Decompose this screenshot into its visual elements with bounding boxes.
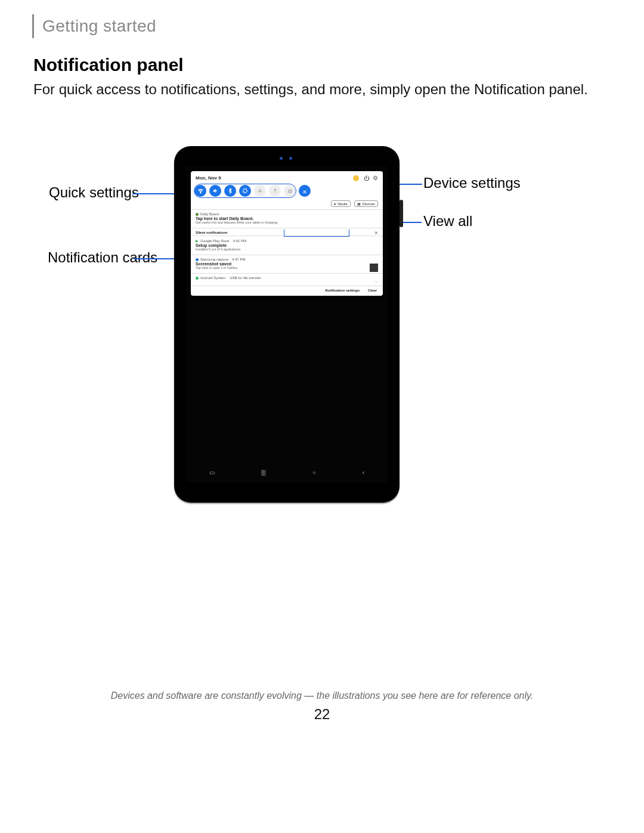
nav-back-icon[interactable]: ‹ [363, 469, 364, 476]
media-chip-label: Media [338, 202, 347, 206]
card-app-name: Google Play Store [200, 239, 230, 243]
media-chip[interactable]: ●Media [331, 200, 351, 207]
card-time: 4:51 PM [233, 239, 246, 243]
tablet-screen: Mon, Nov 9 ⏻ ⚙ [186, 166, 388, 482]
notification-card[interactable]: Android System USB for file transfer ⌄ [191, 273, 383, 286]
devices-chip[interactable]: ▦Devices [354, 200, 378, 207]
android-navbar: ▭ ||| ○ ‹ [186, 466, 388, 479]
app-icon [196, 213, 199, 216]
airplane-icon[interactable]: ✈ [254, 185, 266, 197]
nav-pip-icon[interactable]: ▭ [209, 469, 215, 476]
notification-card[interactable]: ▶ Google Play Store 4:51 PM Setup comple… [191, 236, 383, 255]
chevron-down-icon[interactable]: ⌄ [374, 279, 378, 284]
card-app-row: ▶ Google Play Store 4:51 PM [196, 239, 378, 243]
card-title: Screenshot saved [196, 262, 378, 266]
card-title: USB for file transfer [230, 276, 261, 280]
card-app-name: Android System [200, 276, 225, 280]
status-indicator-icon[interactable] [353, 175, 359, 181]
chapter-header: Getting started [32, 14, 156, 38]
callout-device-settings: Device settings [423, 175, 521, 191]
devices-chip-label: Devices [363, 202, 375, 206]
quick-settings-row: ✈ [191, 182, 383, 199]
card-title: Tap here to start Daily Board. [196, 216, 378, 221]
card-app-row: Android System USB for file transfer [196, 276, 378, 280]
card-app-row: Samsung capture 4:47 PM [196, 258, 378, 261]
android-icon [196, 277, 199, 280]
card-time: 4:47 PM [232, 258, 245, 261]
app-icon [196, 258, 199, 261]
nav-home-icon[interactable]: ○ [312, 469, 316, 476]
chapter-title: Getting started [42, 14, 156, 38]
panel-header: Mon, Nov 9 ⏻ ⚙ [191, 171, 383, 182]
card-subtitle: Installed 5 out of 5 applications [196, 247, 378, 251]
callout-quick-settings: Quick settings [49, 184, 139, 201]
bluetooth-icon[interactable] [224, 185, 236, 197]
rotate-icon[interactable] [239, 185, 251, 197]
panel-chips: ●Media ▦Devices [191, 199, 383, 209]
nav-recents-icon[interactable]: ||| [261, 469, 266, 476]
sensor-dot [280, 157, 283, 160]
chapter-bar [32, 14, 34, 38]
notification-card[interactable]: Daily Board Tap here to start Daily Boar… [191, 209, 383, 228]
diagram: Quick settings Notification cards Device… [0, 146, 644, 516]
card-app-row: Daily Board [196, 212, 378, 216]
card-subtitle: Get useful info and features while your … [196, 221, 378, 224]
notification-settings-link[interactable]: Notification settings [325, 289, 360, 292]
wifi-icon[interactable] [194, 185, 206, 197]
svg-rect-2 [289, 190, 291, 191]
footnote: Devices and software are constantly evol… [0, 690, 644, 701]
download-icon[interactable] [299, 185, 311, 197]
tablet-device: Mon, Nov 9 ⏻ ⚙ [174, 146, 400, 503]
close-icon[interactable]: ✕ [374, 231, 378, 236]
callout-notification-cards: Notification cards [48, 249, 157, 266]
panel-footer: Notification settings Clear [191, 286, 383, 296]
notification-panel: Mon, Nov 9 ⏻ ⚙ [191, 171, 383, 296]
section-title: Notification panel [33, 55, 184, 75]
silent-header: Silent notifications ✕ [191, 228, 383, 236]
flashlight-icon[interactable] [269, 185, 281, 197]
gear-icon[interactable]: ⚙ [373, 175, 378, 181]
card-app-name: Samsung capture [200, 258, 228, 261]
play-store-icon: ▶ [196, 239, 199, 243]
silent-header-label: Silent notifications [196, 231, 228, 234]
svg-point-0 [200, 192, 200, 193]
page-number: 22 [0, 706, 644, 723]
dnd-icon[interactable] [284, 185, 296, 197]
clear-button[interactable]: Clear [368, 289, 377, 292]
card-title: Setup complete [196, 243, 378, 247]
sound-icon[interactable] [209, 185, 221, 197]
screenshot-thumbnail [370, 264, 378, 272]
card-subtitle: Tap here to open it in Gallery. [196, 266, 378, 270]
sensor-dot [289, 157, 292, 160]
power-icon[interactable]: ⏻ [364, 175, 369, 181]
section-description: For quick access to notifications, setti… [33, 80, 611, 99]
panel-date: Mon, Nov 9 [196, 175, 353, 181]
card-app-name: Daily Board [200, 212, 219, 216]
notification-card[interactable]: Samsung capture 4:47 PM Screenshot saved… [191, 255, 383, 273]
callout-view-all: View all [423, 213, 472, 230]
